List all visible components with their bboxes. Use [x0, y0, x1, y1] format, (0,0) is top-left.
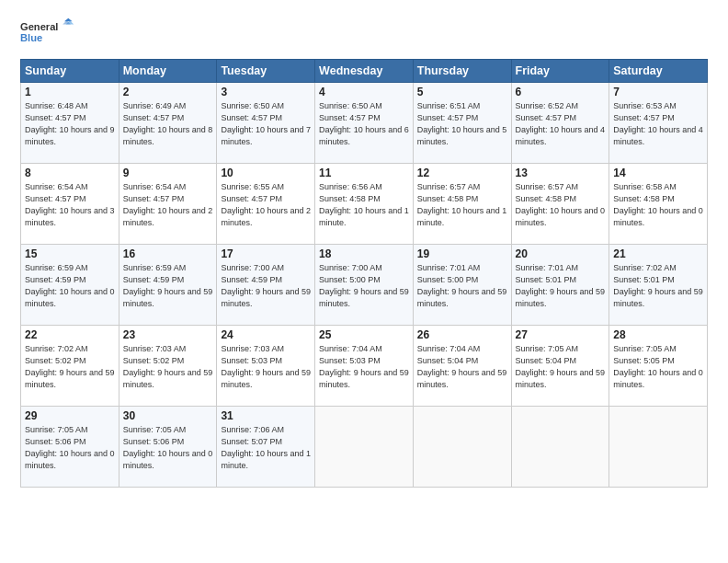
day-number: 31: [221, 409, 311, 422]
day-info: Sunrise: 7:05 AM Sunset: 5:04 PM Dayligh…: [516, 343, 606, 391]
day-number: 20: [516, 247, 606, 260]
day-info: Sunrise: 7:04 AM Sunset: 5:03 PM Dayligh…: [319, 343, 409, 391]
day-info: Sunrise: 7:05 AM Sunset: 5:05 PM Dayligh…: [613, 343, 703, 391]
calendar-header-saturday: Saturday: [609, 60, 708, 83]
day-number: 19: [417, 247, 507, 260]
calendar-cell: 15 Sunrise: 6:59 AM Sunset: 4:59 PM Dayl…: [21, 245, 119, 326]
calendar-cell: 8 Sunrise: 6:54 AM Sunset: 4:57 PM Dayli…: [21, 164, 119, 245]
day-number: 25: [319, 328, 409, 341]
day-info: Sunrise: 7:00 AM Sunset: 4:59 PM Dayligh…: [221, 262, 311, 310]
day-info: Sunrise: 6:54 AM Sunset: 4:57 PM Dayligh…: [25, 181, 115, 229]
calendar-cell: 9 Sunrise: 6:54 AM Sunset: 4:57 PM Dayli…: [119, 164, 217, 245]
day-info: Sunrise: 6:51 AM Sunset: 4:57 PM Dayligh…: [417, 100, 507, 148]
calendar-cell: 27 Sunrise: 7:05 AM Sunset: 5:04 PM Dayl…: [511, 326, 609, 407]
day-info: Sunrise: 6:49 AM Sunset: 4:57 PM Dayligh…: [123, 100, 213, 148]
calendar-cell: [315, 407, 414, 488]
calendar-cell: 22 Sunrise: 7:02 AM Sunset: 5:02 PM Dayl…: [21, 326, 119, 407]
day-number: 28: [613, 328, 703, 341]
calendar-table: SundayMondayTuesdayWednesdayThursdayFrid…: [20, 59, 708, 488]
calendar-cell: 1 Sunrise: 6:48 AM Sunset: 4:57 PM Dayli…: [21, 83, 119, 164]
day-info: Sunrise: 6:58 AM Sunset: 4:58 PM Dayligh…: [613, 181, 703, 229]
day-number: 27: [516, 328, 606, 341]
day-number: 17: [221, 247, 311, 260]
day-number: 18: [319, 247, 409, 260]
calendar-header-thursday: Thursday: [413, 60, 511, 83]
svg-marker-2: [64, 18, 73, 21]
day-number: 7: [613, 86, 703, 98]
calendar-cell: 23 Sunrise: 7:03 AM Sunset: 5:02 PM Dayl…: [119, 326, 217, 407]
day-info: Sunrise: 7:01 AM Sunset: 5:01 PM Dayligh…: [516, 262, 606, 310]
calendar-cell: [511, 407, 609, 488]
calendar-week-row: 29 Sunrise: 7:05 AM Sunset: 5:06 PM Dayl…: [21, 407, 708, 488]
day-info: Sunrise: 7:01 AM Sunset: 5:00 PM Dayligh…: [417, 262, 507, 310]
logo-svg: General Blue: [20, 17, 75, 50]
day-info: Sunrise: 7:02 AM Sunset: 5:02 PM Dayligh…: [25, 343, 115, 391]
day-number: 6: [516, 86, 606, 98]
day-number: 1: [25, 86, 115, 98]
day-info: Sunrise: 6:55 AM Sunset: 4:57 PM Dayligh…: [221, 181, 311, 229]
svg-text:Blue: Blue: [20, 32, 42, 43]
calendar-header-monday: Monday: [119, 60, 217, 83]
calendar-cell: 14 Sunrise: 6:58 AM Sunset: 4:58 PM Dayl…: [609, 164, 708, 245]
day-number: 11: [319, 167, 409, 179]
logo: General Blue: [20, 17, 75, 50]
day-info: Sunrise: 7:03 AM Sunset: 5:03 PM Dayligh…: [221, 343, 311, 391]
day-info: Sunrise: 7:04 AM Sunset: 5:04 PM Dayligh…: [417, 343, 507, 391]
calendar-cell: 5 Sunrise: 6:51 AM Sunset: 4:57 PM Dayli…: [413, 83, 511, 164]
calendar-cell: 19 Sunrise: 7:01 AM Sunset: 5:00 PM Dayl…: [413, 245, 511, 326]
day-number: 22: [25, 328, 115, 341]
day-number: 29: [25, 409, 115, 422]
calendar-header-sunday: Sunday: [21, 60, 119, 83]
calendar-cell: 20 Sunrise: 7:01 AM Sunset: 5:01 PM Dayl…: [511, 245, 609, 326]
calendar-cell: 26 Sunrise: 7:04 AM Sunset: 5:04 PM Dayl…: [413, 326, 511, 407]
header: General Blue: [20, 17, 708, 50]
calendar-cell: 16 Sunrise: 6:59 AM Sunset: 4:59 PM Dayl…: [119, 245, 217, 326]
day-info: Sunrise: 6:52 AM Sunset: 4:57 PM Dayligh…: [516, 100, 606, 148]
day-info: Sunrise: 6:54 AM Sunset: 4:57 PM Dayligh…: [123, 181, 213, 229]
day-info: Sunrise: 6:56 AM Sunset: 4:58 PM Dayligh…: [319, 181, 409, 229]
calendar-cell: 30 Sunrise: 7:05 AM Sunset: 5:06 PM Dayl…: [119, 407, 217, 488]
calendar-cell: [413, 407, 511, 488]
day-info: Sunrise: 7:06 AM Sunset: 5:07 PM Dayligh…: [221, 424, 311, 472]
day-number: 4: [319, 86, 409, 98]
day-number: 21: [613, 247, 703, 260]
day-info: Sunrise: 7:02 AM Sunset: 5:01 PM Dayligh…: [613, 262, 703, 310]
day-number: 2: [123, 86, 213, 98]
calendar-cell: 18 Sunrise: 7:00 AM Sunset: 5:00 PM Dayl…: [315, 245, 414, 326]
calendar-cell: 31 Sunrise: 7:06 AM Sunset: 5:07 PM Dayl…: [217, 407, 315, 488]
day-number: 8: [25, 167, 115, 179]
calendar-cell: 21 Sunrise: 7:02 AM Sunset: 5:01 PM Dayl…: [609, 245, 708, 326]
day-info: Sunrise: 6:50 AM Sunset: 4:57 PM Dayligh…: [221, 100, 311, 148]
calendar-cell: 13 Sunrise: 6:57 AM Sunset: 4:58 PM Dayl…: [511, 164, 609, 245]
calendar-cell: 24 Sunrise: 7:03 AM Sunset: 5:03 PM Dayl…: [217, 326, 315, 407]
calendar-cell: 2 Sunrise: 6:49 AM Sunset: 4:57 PM Dayli…: [119, 83, 217, 164]
calendar-cell: 25 Sunrise: 7:04 AM Sunset: 5:03 PM Dayl…: [315, 326, 414, 407]
day-info: Sunrise: 6:59 AM Sunset: 4:59 PM Dayligh…: [123, 262, 213, 310]
calendar-cell: 28 Sunrise: 7:05 AM Sunset: 5:05 PM Dayl…: [609, 326, 708, 407]
calendar-week-row: 15 Sunrise: 6:59 AM Sunset: 4:59 PM Dayl…: [21, 245, 708, 326]
calendar-cell: 7 Sunrise: 6:53 AM Sunset: 4:57 PM Dayli…: [609, 83, 708, 164]
day-number: 3: [221, 86, 311, 98]
calendar-cell: 29 Sunrise: 7:05 AM Sunset: 5:06 PM Dayl…: [21, 407, 119, 488]
day-info: Sunrise: 6:53 AM Sunset: 4:57 PM Dayligh…: [613, 100, 703, 148]
day-number: 23: [123, 328, 213, 341]
calendar-week-row: 22 Sunrise: 7:02 AM Sunset: 5:02 PM Dayl…: [21, 326, 708, 407]
calendar-cell: 6 Sunrise: 6:52 AM Sunset: 4:57 PM Dayli…: [511, 83, 609, 164]
svg-text:General: General: [20, 21, 58, 32]
calendar-header-friday: Friday: [511, 60, 609, 83]
day-number: 5: [417, 86, 507, 98]
day-number: 16: [123, 247, 213, 260]
day-info: Sunrise: 6:50 AM Sunset: 4:57 PM Dayligh…: [319, 100, 409, 148]
day-number: 30: [123, 409, 213, 422]
calendar-cell: 10 Sunrise: 6:55 AM Sunset: 4:57 PM Dayl…: [217, 164, 315, 245]
calendar-header-wednesday: Wednesday: [315, 60, 414, 83]
day-info: Sunrise: 6:57 AM Sunset: 4:58 PM Dayligh…: [516, 181, 606, 229]
day-number: 9: [123, 167, 213, 179]
calendar-cell: 17 Sunrise: 7:00 AM Sunset: 4:59 PM Dayl…: [217, 245, 315, 326]
day-number: 14: [613, 167, 703, 179]
calendar-cell: 3 Sunrise: 6:50 AM Sunset: 4:57 PM Dayli…: [217, 83, 315, 164]
calendar-cell: 11 Sunrise: 6:56 AM Sunset: 4:58 PM Dayl…: [315, 164, 414, 245]
calendar-header-row: SundayMondayTuesdayWednesdayThursdayFrid…: [21, 60, 708, 83]
calendar-week-row: 8 Sunrise: 6:54 AM Sunset: 4:57 PM Dayli…: [21, 164, 708, 245]
day-number: 10: [221, 167, 311, 179]
